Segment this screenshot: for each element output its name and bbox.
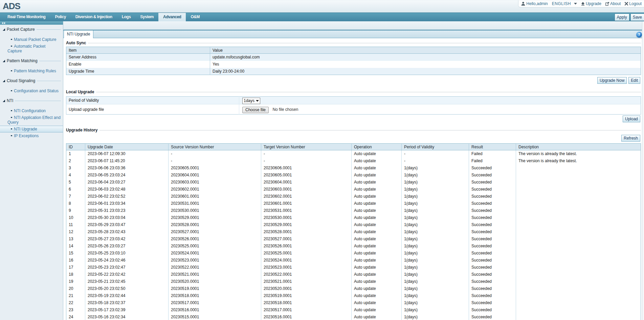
- history-cell: 2023-05-29 23:03:47: [85, 221, 169, 228]
- history-cell: 2023-05-19 23:02:44: [85, 292, 169, 299]
- sidebar-item-automatic-packet-capture[interactable]: Automatic PacketCapture: [0, 43, 63, 54]
- sidebar-item-pattern-matching-rules[interactable]: Pattern Matching Rules: [0, 68, 63, 74]
- history-body: 12023-06-07 12:09:30--Auto update-Failed…: [66, 150, 641, 320]
- history-row: 52023-06-04 23:03:2720230603.00012023060…: [66, 179, 641, 186]
- history-cell: 20230527.0001: [261, 236, 352, 243]
- sidebar-item-nti-configuration[interactable]: NTI Configuration: [0, 107, 63, 114]
- upgrade-now-button[interactable]: Upgrade Now: [597, 77, 627, 84]
- history-cell: 20230603.0001: [169, 179, 261, 186]
- history-cell: 1(days): [402, 306, 469, 314]
- sidebar-item-configuration-and-status[interactable]: Configuration and Status: [0, 88, 63, 94]
- select-caret-icon: [256, 100, 259, 102]
- history-cell: Succeeded: [469, 186, 516, 193]
- history-cell: 1(days): [402, 250, 469, 257]
- history-cell: Succeeded: [469, 200, 516, 207]
- history-cell: 20230520.0001: [169, 278, 261, 285]
- history-cell: 2023-05-20 23:02:50: [85, 285, 169, 292]
- save-button[interactable]: Save: [631, 14, 644, 21]
- history-row: 112023-05-29 23:03:4720230528.0001202305…: [66, 221, 641, 228]
- edit-button[interactable]: Edit: [628, 77, 640, 84]
- history-cell: 13: [66, 236, 85, 243]
- vertical-scrollbar[interactable]: [642, 21, 644, 320]
- refresh-button[interactable]: Refresh: [621, 135, 640, 142]
- history-cell: Auto update: [352, 228, 402, 236]
- upgrade-history-title: Upgrade History: [66, 128, 97, 132]
- history-cell: Auto update: [352, 207, 402, 214]
- sidebar-section-header[interactable]: Cloud Signaling: [3, 77, 61, 84]
- upgrade-history-actions: Refresh: [66, 135, 640, 142]
- language-selector[interactable]: ENGLISH: [552, 1, 577, 6]
- history-cell: Auto update: [352, 157, 402, 165]
- ads-logo: ADS: [3, 1, 20, 11]
- history-cell: 2023-05-16 23:02:34: [85, 314, 169, 320]
- top-header: ADS Hello,admin ENGLISH Upgrade About Lo…: [0, 0, 644, 13]
- about-link[interactable]: About: [605, 1, 621, 6]
- history-cell: 24: [66, 314, 85, 320]
- history-cell: -: [261, 157, 352, 165]
- history-cell: Auto update: [352, 285, 402, 292]
- history-cell: 1(days): [402, 271, 469, 278]
- logout-icon: [625, 2, 628, 5]
- history-cell: 1(days): [402, 285, 469, 292]
- sidebar-item-nti-application-effect-and-query[interactable]: NTI Application Effect andQuery: [0, 114, 63, 126]
- history-cell: Succeeded: [469, 193, 516, 200]
- auto-sync-header-row: Item Value: [66, 47, 641, 54]
- history-row: 182023-05-22 23:02:4220230521.0001202305…: [66, 271, 641, 278]
- nav-item[interactable]: System: [135, 13, 158, 21]
- help-icon[interactable]: ?: [636, 32, 642, 38]
- nav-item[interactable]: Advanced: [158, 13, 186, 22]
- history-cell: 23: [66, 306, 85, 314]
- auto-sync-cell: Enable: [66, 61, 210, 68]
- collapse-sidebar-icon: [2, 22, 5, 24]
- history-col-header: Source Version Number: [169, 144, 261, 150]
- history-cell: 2023-05-25 23:03:10: [85, 250, 169, 257]
- nav-item[interactable]: O&M: [186, 13, 204, 21]
- sidebar-menu: Packet Capture Manual Packet CaptureAuto…: [0, 25, 63, 139]
- sidebar-section-header[interactable]: Pattern Matching: [3, 57, 61, 64]
- nav-item[interactable]: Diversion & Injection: [71, 13, 117, 21]
- history-cell: Succeeded: [469, 306, 516, 314]
- history-cell: [516, 264, 641, 271]
- content-top-strip: [63, 21, 644, 30]
- section-expand-icon: [3, 80, 5, 82]
- history-cell: Auto update: [352, 278, 402, 285]
- period-of-validity-select[interactable]: 1days: [242, 98, 260, 104]
- nav-item[interactable]: Real-Time Monitoring: [3, 13, 50, 21]
- item-bullet-icon: [11, 90, 12, 91]
- nav-item[interactable]: Logs: [117, 13, 136, 21]
- auto-sync-title: Auto Sync: [66, 41, 86, 45]
- sidebar-collapse-bar[interactable]: [0, 21, 63, 25]
- history-cell: 16: [66, 257, 85, 264]
- auto-sync-col-item: Item: [66, 47, 210, 54]
- history-cell: 1(days): [402, 193, 469, 200]
- nav-item[interactable]: Policy: [50, 13, 70, 21]
- sidebar-section-title: NTI: [7, 98, 13, 103]
- history-cell: Succeeded: [469, 236, 516, 243]
- history-row: 132023-05-27 23:03:4220230526.0001202305…: [66, 236, 641, 243]
- sidebar-item-ip-exceptions[interactable]: IP Exceptions: [0, 132, 63, 139]
- history-cell: 14: [66, 243, 85, 250]
- history-cell: 20230527.0001: [169, 228, 261, 236]
- logout-link[interactable]: Logout: [625, 1, 642, 6]
- upgrade-link[interactable]: Upgrade: [581, 1, 601, 6]
- sidebar-item-nti-upgrade[interactable]: NTI Upgrade: [0, 126, 63, 132]
- history-cell: Succeeded: [469, 292, 516, 299]
- upload-button[interactable]: Upload: [623, 116, 640, 122]
- sidebar-section-header[interactable]: Packet Capture: [3, 26, 61, 33]
- history-cell: [516, 221, 641, 228]
- history-cell: Auto update: [352, 200, 402, 207]
- apply-button[interactable]: Apply: [615, 14, 629, 21]
- choose-file-button[interactable]: Choose file: [242, 107, 269, 113]
- history-cell: 20230526.0001: [261, 243, 352, 250]
- sidebar-item-manual-packet-capture[interactable]: Manual Packet Capture: [0, 36, 63, 43]
- history-cell: 20: [66, 285, 85, 292]
- history-cell: 1(days): [402, 186, 469, 193]
- tab-nti-upgrade[interactable]: NTI Upgrade: [64, 30, 93, 38]
- about-link-label: About: [610, 1, 621, 6]
- sidebar: Packet Capture Manual Packet CaptureAuto…: [0, 21, 63, 320]
- history-cell: 20230519.0001: [169, 285, 261, 292]
- history-cell: Auto update: [352, 179, 402, 186]
- sidebar-section-header[interactable]: NTI: [3, 97, 61, 104]
- history-cell: Auto update: [352, 299, 402, 306]
- language-label: ENGLISH: [552, 1, 571, 6]
